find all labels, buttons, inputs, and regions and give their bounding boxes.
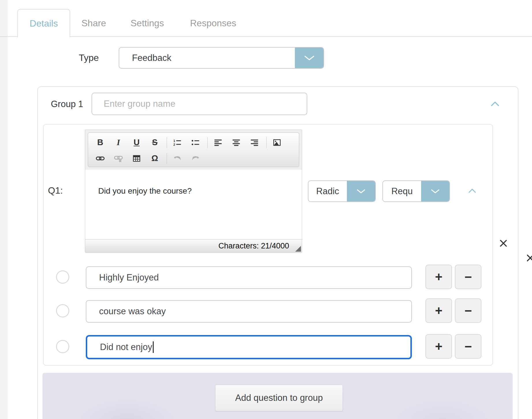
toolbar-separator xyxy=(266,137,267,148)
unlink-icon[interactable] xyxy=(112,152,125,165)
remove-option-button[interactable]: − xyxy=(455,298,481,323)
option-value: Highly Enjoyed xyxy=(99,272,159,283)
text-caret xyxy=(153,341,154,353)
option-input-1[interactable]: Highly Enjoyed xyxy=(86,266,412,289)
minus-icon: − xyxy=(464,270,472,284)
chevron-up-icon xyxy=(491,101,499,106)
chevron-down-icon xyxy=(431,189,440,194)
add-option-button[interactable]: + xyxy=(425,265,452,289)
question-type-dropdown-button[interactable] xyxy=(347,181,375,201)
link-icon[interactable] xyxy=(94,152,107,165)
left-gutter xyxy=(0,0,8,419)
redo-icon[interactable] xyxy=(189,152,202,165)
chevron-down-icon xyxy=(304,55,315,61)
option-input-3-focused[interactable]: Did not enjoy xyxy=(86,335,412,359)
chevron-up-icon xyxy=(468,188,476,193)
question-type-select[interactable]: Radic xyxy=(308,180,376,202)
editor-toolbar: B I U S 12 xyxy=(88,132,299,167)
tab-details[interactable]: Details xyxy=(17,9,70,37)
align-right-icon[interactable] xyxy=(248,136,261,149)
question-number-label: Q1: xyxy=(48,185,63,196)
svg-text:1: 1 xyxy=(173,139,175,142)
type-select[interactable]: Feedback xyxy=(119,47,324,69)
add-question-to-group-button[interactable]: Add question to group xyxy=(215,385,343,411)
group-name-placeholder: Enter group name xyxy=(104,99,175,109)
editor-footer: Characters: 21/4000 xyxy=(85,239,302,252)
toolbar-separator xyxy=(167,137,167,148)
bold-icon[interactable]: B xyxy=(94,136,107,149)
plus-icon: + xyxy=(435,270,442,284)
add-question-label: Add question to group xyxy=(235,393,323,403)
align-center-icon[interactable] xyxy=(230,136,243,149)
question-text-content[interactable]: Did you enjoy the course? xyxy=(85,170,302,239)
group-collapse-button[interactable] xyxy=(491,101,499,106)
option-radio[interactable] xyxy=(56,304,69,317)
numbered-list-icon[interactable]: 12 xyxy=(171,136,184,149)
bulleted-list-icon[interactable] xyxy=(189,136,202,149)
strikethrough-icon[interactable]: S xyxy=(148,136,161,149)
toolbar-separator xyxy=(207,137,208,148)
survey-builder-page: Details Share Settings Responses Type Fe… xyxy=(0,0,532,419)
type-label: Type xyxy=(46,53,99,63)
group-name-input[interactable]: Enter group name xyxy=(92,93,307,115)
type-select-dropdown-button[interactable] xyxy=(295,48,323,68)
insert-image-icon[interactable] xyxy=(271,136,283,149)
special-character-icon[interactable]: Ω xyxy=(148,152,161,165)
type-select-value: Feedback xyxy=(119,48,295,68)
svg-text:2: 2 xyxy=(173,143,175,146)
question-required-value: Requ xyxy=(383,181,421,201)
option-radio[interactable] xyxy=(56,340,69,353)
plus-icon: + xyxy=(435,339,442,354)
character-counter: Characters: 21/4000 xyxy=(218,242,289,250)
group-label: Group 1 xyxy=(51,99,83,110)
undo-icon[interactable] xyxy=(171,152,184,165)
remove-group-button[interactable] xyxy=(526,254,532,262)
add-option-button[interactable]: + xyxy=(425,334,452,359)
question-collapse-button[interactable] xyxy=(468,188,476,193)
option-value: Did not enjoy xyxy=(100,342,152,352)
remove-option-button[interactable]: − xyxy=(455,265,481,289)
remove-option-button[interactable]: − xyxy=(455,334,481,359)
option-radio[interactable] xyxy=(56,270,69,284)
chevron-down-icon xyxy=(357,189,365,194)
tab-details-label: Details xyxy=(30,18,58,29)
toolbar-separator xyxy=(167,153,167,164)
question-text: Did you enjoy the course? xyxy=(98,186,192,195)
plus-icon: + xyxy=(435,304,442,318)
option-value: course was okay xyxy=(99,306,166,317)
minus-icon: − xyxy=(464,304,472,318)
resize-handle-icon[interactable] xyxy=(295,246,301,252)
tab-bar-divider xyxy=(0,36,532,37)
minus-icon: − xyxy=(464,339,472,354)
question-type-value: Radic xyxy=(308,181,347,201)
tab-share[interactable]: Share xyxy=(81,18,106,29)
option-input-2[interactable]: course was okay xyxy=(86,300,412,323)
tab-settings[interactable]: Settings xyxy=(131,18,164,29)
tab-responses[interactable]: Responses xyxy=(190,18,236,29)
underline-icon[interactable]: U xyxy=(130,136,143,149)
align-left-icon[interactable] xyxy=(212,136,224,149)
question-text-editor: B I U S 12 xyxy=(85,130,302,253)
add-option-button[interactable]: + xyxy=(425,298,452,323)
question-required-dropdown-button[interactable] xyxy=(421,181,449,201)
italic-icon[interactable]: I xyxy=(112,136,125,149)
question-required-select[interactable]: Requ xyxy=(382,180,450,202)
remove-question-button[interactable] xyxy=(499,239,507,247)
insert-table-icon[interactable] xyxy=(130,152,143,165)
